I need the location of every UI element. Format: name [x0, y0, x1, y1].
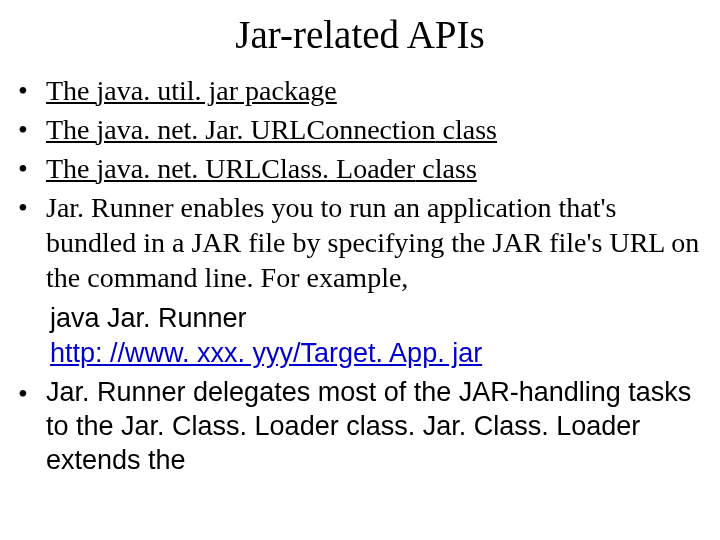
- command-line: java Jar. Runner: [50, 303, 247, 333]
- slide: Jar-related APIs The java. util. jar pac…: [0, 0, 720, 540]
- page-title: Jar-related APIs: [14, 12, 706, 57]
- bullet-java-util-jar: The java. util. jar package: [14, 73, 706, 108]
- bullet-jar-url-connection: The java. net. Jar. URLConnection class: [14, 112, 706, 147]
- bullet-jar-runner-desc: Jar. Runner enables you to run an applic…: [14, 190, 706, 295]
- bullet-text: The java. net. URLClass. Loader class: [46, 153, 477, 184]
- bullet-url-class-loader: The java. net. URLClass. Loader class: [14, 151, 706, 186]
- bullet-text: The java. util. jar package: [46, 75, 337, 106]
- bullet-list-2: Jar. Runner delegates most of the JAR-ha…: [14, 376, 706, 477]
- bullet-text: Jar. Runner enables you to run an applic…: [46, 192, 699, 293]
- bullet-list: The java. util. jar package The java. ne…: [14, 73, 706, 295]
- bullet-text: The java. net. Jar. URLConnection class: [46, 114, 497, 145]
- bullet-jar-runner-delegates: Jar. Runner delegates most of the JAR-ha…: [14, 376, 706, 477]
- command-url-link[interactable]: http: //www. xxx. yyy/Target. App. jar: [50, 338, 482, 368]
- command-example: java Jar. Runner http: //www. xxx. yyy/T…: [50, 301, 706, 370]
- bullet-text: Jar. Runner delegates most of the JAR-ha…: [46, 377, 691, 475]
